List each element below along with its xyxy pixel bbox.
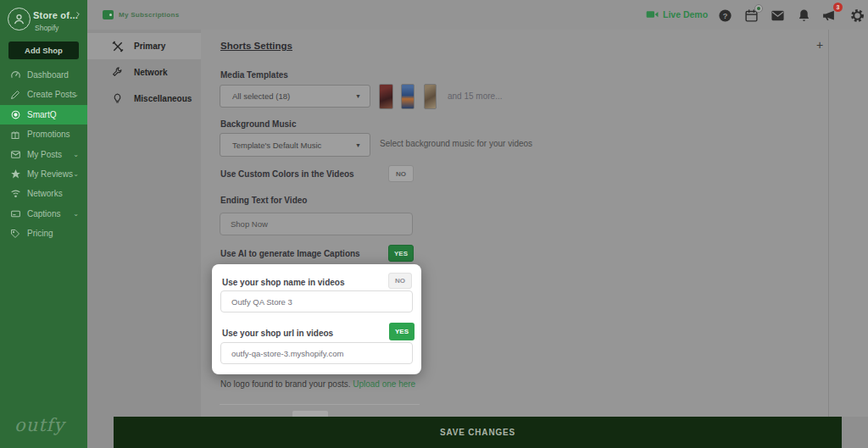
sidebar-item-promotions[interactable]: Promotions — [0, 124, 87, 144]
store-platform: Shopify — [35, 24, 58, 32]
store-name[interactable]: Store of... — [33, 10, 78, 20]
sidebar-item-captions[interactable]: Captions ⌄ — [0, 204, 87, 224]
chevron-down-icon: ⌄ — [73, 91, 79, 98]
pencil-icon — [10, 89, 21, 100]
selected-value: Template's Default Music — [232, 141, 321, 150]
ending-text-label: Ending Text for Video — [220, 196, 307, 205]
sidebar-item-label: SmartQ — [27, 110, 56, 119]
price-tag-icon — [10, 228, 21, 239]
sidebar-item-label: Promotions — [27, 130, 70, 139]
custom-colors-toggle[interactable]: NO — [388, 165, 414, 182]
gear-icon[interactable] — [850, 8, 865, 23]
sidebar-item-label: Captions — [27, 209, 60, 218]
chevron-down-icon: ⌄ — [73, 210, 79, 218]
dashboard-icon — [10, 69, 21, 80]
ai-captions-label: Use AI to generate Image Captions — [220, 249, 360, 258]
chevron-right-icon[interactable] — [75, 11, 81, 18]
tab-my-subscriptions[interactable]: My Subscriptions — [119, 11, 179, 19]
tab-primary[interactable]: Primary — [87, 33, 201, 59]
gift-icon — [10, 129, 21, 140]
lightbulb-icon — [112, 93, 124, 105]
smartq-icon — [10, 109, 21, 120]
form-divider — [220, 404, 420, 405]
more-templates-text: and 15 more... — [448, 91, 502, 101]
video-camera-icon — [646, 9, 659, 19]
media-templates-select[interactable]: All selected (18) ▼ — [220, 85, 370, 108]
sidebar-item-label: Create Posts — [27, 90, 76, 99]
svg-text:?: ? — [723, 12, 728, 20]
sidebar-item-dashboard[interactable]: Dashboard — [0, 65, 87, 85]
template-thumbnail — [379, 84, 393, 109]
sidebar-item-my-posts[interactable]: My Posts ⌄ — [0, 145, 87, 164]
wrench-icon — [112, 67, 124, 79]
sidebar-item-networks[interactable]: Networks — [0, 184, 87, 203]
chevron-down-icon: ⌄ — [73, 151, 79, 158]
settings-sidebar: Primary Network Miscellaneous — [87, 30, 201, 417]
background-music-label: Background Music — [220, 119, 296, 129]
subscription-wallet-icon — [103, 10, 114, 19]
chevron-down-icon: ⌄ — [73, 170, 79, 178]
tour-spotlight-section: Use your shop name in videos NO Use your… — [212, 264, 421, 374]
panel-edge — [828, 30, 829, 417]
megaphone-icon[interactable] — [821, 8, 836, 23]
calendar-status-badge — [754, 4, 763, 13]
template-thumbnail — [401, 84, 415, 109]
sidebar-item-create-posts[interactable]: Create Posts ⌄ — [0, 85, 87, 104]
sidebar-item-label: My Posts — [27, 150, 62, 159]
custom-colors-label: Use Custom Colors in the Videos — [220, 169, 354, 179]
ai-captions-toggle[interactable]: YES — [388, 245, 414, 262]
shop-url-label: Use your shop url in videos — [222, 329, 333, 338]
mail-icon[interactable] — [771, 8, 785, 23]
outfy-logo: outfy — [14, 415, 64, 435]
caret-down-icon: ▼ — [355, 142, 361, 148]
save-changes-button[interactable]: SAVE CHANGES — [114, 417, 842, 448]
background-music-helper: Select background music for your videos — [380, 139, 532, 148]
sidebar-item-label: Dashboard — [27, 70, 69, 80]
wifi-icon — [10, 188, 21, 199]
add-shop-button[interactable]: Add Shop — [8, 41, 79, 59]
tab-label: Network — [134, 68, 167, 77]
sidebar-item-my-reviews[interactable]: My Reviews ⌄ — [0, 164, 87, 184]
bell-icon[interactable] — [797, 8, 811, 23]
envelope-icon — [10, 149, 21, 160]
ending-text-input[interactable] — [220, 213, 413, 235]
shop-name-input[interactable] — [220, 290, 413, 312]
live-demo-label: Live Demo — [663, 9, 708, 19]
shop-name-label: Use your shop name in videos — [222, 278, 344, 287]
logo-notice: No logo found to brand your posts. Uploa… — [220, 379, 415, 389]
tab-network[interactable]: Network — [87, 59, 201, 86]
caption-card-icon — [10, 208, 21, 219]
sidebar-item-label: Pricing — [27, 229, 53, 238]
sidebar-item-pricing[interactable]: Pricing — [0, 224, 87, 243]
shop-name-toggle[interactable]: NO — [388, 273, 412, 289]
expand-icon[interactable]: + — [816, 38, 823, 52]
notification-count-badge: 3 — [833, 3, 843, 12]
template-thumbnail — [424, 84, 437, 109]
tab-label: Primary — [134, 41, 165, 51]
star-icon — [10, 169, 21, 180]
live-demo-button[interactable]: Live Demo — [646, 9, 708, 19]
shop-url-input[interactable] — [220, 342, 413, 364]
tab-label: Miscellaneous — [134, 94, 192, 103]
tab-miscellaneous[interactable]: Miscellaneous — [87, 86, 201, 112]
logo-notice-text: No logo found to brand your posts. — [220, 379, 350, 389]
sidebar-item-label: My Reviews — [27, 169, 73, 179]
sidebar-item-label: Networks — [27, 189, 63, 198]
help-icon[interactable]: ? — [718, 8, 732, 23]
store-avatar[interactable] — [8, 8, 31, 30]
person-icon — [13, 13, 25, 25]
partially-hidden-element — [292, 411, 328, 417]
sidebar-item-smartq[interactable]: SmartQ — [0, 105, 87, 124]
selected-value: All selected (18) — [232, 91, 290, 101]
shop-url-toggle[interactable]: YES — [389, 323, 415, 340]
media-templates-label: Media Templates — [220, 70, 288, 80]
upload-logo-link[interactable]: Upload one here — [353, 379, 415, 389]
background-music-select[interactable]: Template's Default Music ▼ — [220, 133, 370, 157]
sidebar: Store of... Shopify Add Shop Dashboard C… — [0, 0, 87, 448]
tools-icon — [112, 41, 124, 53]
caret-down-icon: ▼ — [355, 93, 361, 99]
shorts-settings-header[interactable]: Shorts Settings — [220, 41, 292, 51]
